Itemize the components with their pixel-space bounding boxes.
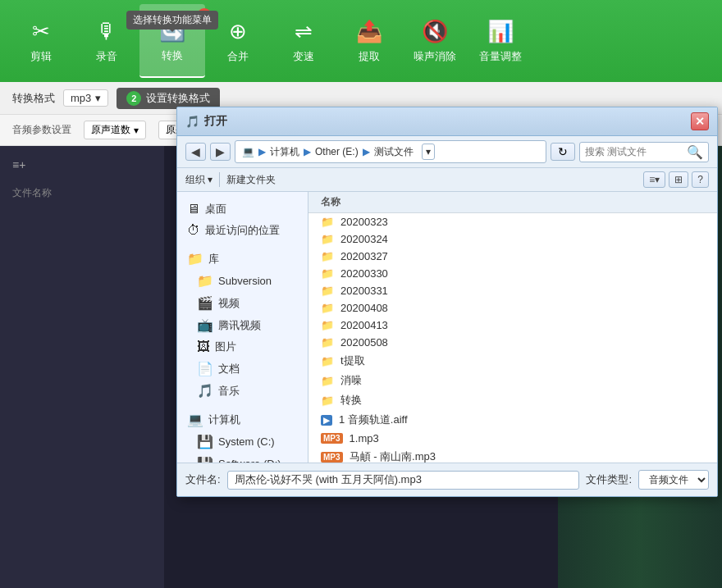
- toolbar-convert[interactable]: 选择转换功能菜单 1 🔄 转换: [139, 4, 205, 78]
- dialog-title: 🎵 打开: [185, 114, 227, 129]
- file-list: 名称 📁 20200323 📁 20200324 📁 20200327 📁 20…: [308, 192, 717, 463]
- list-view-button[interactable]: ≡▾: [643, 171, 665, 188]
- app-sidebar: ≡+ 文件名称: [0, 146, 164, 588]
- documents-icon: 📄: [197, 361, 213, 376]
- file-item-tiqu[interactable]: 📁 t提取: [308, 351, 717, 371]
- dialog-titlebar: 🎵 打开 ✕: [177, 107, 717, 136]
- music-icon: 🎵: [197, 383, 213, 399]
- set-format-button[interactable]: 2 设置转换格式: [117, 88, 220, 109]
- toolbar-volume[interactable]: 📊 音量调整: [468, 4, 533, 78]
- organize-arrow: ▾: [208, 174, 212, 185]
- organize-button[interactable]: 组织 ▾: [185, 173, 212, 187]
- filetype-label: 文件类型:: [586, 472, 632, 487]
- file-item-20200327[interactable]: 📁 20200327: [308, 248, 717, 265]
- set-format-label: 设置转换格式: [146, 91, 210, 106]
- denoise-icon: 🔇: [422, 19, 448, 44]
- subversion-icon: 📁: [197, 273, 213, 289]
- folder-icon: 📁: [321, 302, 334, 314]
- breadcrumb-path: 💻 ▶ 计算机 ▶ Other (E:) ▶ 测试文件 ▾: [235, 140, 546, 163]
- view-buttons: ≡▾ ⊞ ?: [643, 171, 709, 188]
- file-item-20200408[interactable]: 📁 20200408: [308, 299, 717, 317]
- sidebar-item-pictures[interactable]: 🖼 图片: [177, 336, 308, 358]
- folder-icon: 📁: [321, 394, 334, 407]
- sidebar-item-tencent-video[interactable]: 📺 腾讯视频: [177, 314, 308, 336]
- folder-icon: 📁: [321, 336, 334, 349]
- dialog-body: 🖥 桌面 ⏱ 最近访问的位置 📁 库 📁 Subversion 🎬: [177, 192, 717, 463]
- file-item-aiff[interactable]: ▶ 1 音频轨道.aiff: [308, 410, 717, 430]
- sidebar-item-documents[interactable]: 📄 文档: [177, 358, 308, 380]
- toolbar-extract[interactable]: 📤 提取: [336, 4, 402, 78]
- tencent-icon: 📺: [197, 317, 213, 333]
- sidebar-item-desktop[interactable]: 🖥 桌面: [177, 198, 308, 220]
- channel-arrow: ▾: [134, 125, 139, 136]
- breadcrumb-part3: 测试文件: [374, 145, 414, 159]
- folder-icon: 📁: [321, 250, 334, 262]
- audio-file-icon: ▶: [321, 415, 332, 426]
- folder-icon: 📁: [321, 233, 334, 245]
- folder-icon: 📁: [321, 355, 334, 367]
- toolbar-merge-label: 合并: [227, 49, 249, 64]
- toolbar-tooltip: 选择转换功能菜单: [126, 11, 218, 30]
- video-icon: 🎬: [197, 295, 213, 311]
- add-icon: ≡+: [12, 158, 25, 171]
- pane-view-button[interactable]: ⊞: [669, 171, 688, 188]
- folder-icon: 📁: [321, 319, 334, 331]
- channel-select[interactable]: 原声道数 ▾: [84, 121, 146, 139]
- file-item-mp3-1[interactable]: MP3 1.mp3: [308, 430, 717, 447]
- format-dropdown-icon: ▾: [95, 92, 101, 104]
- file-item-20200331[interactable]: 📁 20200331: [308, 282, 717, 299]
- sidebar-item-video[interactable]: 🎬 视频: [177, 292, 308, 314]
- dialog-sidebar: 🖥 桌面 ⏱ 最近访问的位置 📁 库 📁 Subversion 🎬: [177, 192, 308, 463]
- nav-refresh-button[interactable]: ↻: [551, 143, 575, 161]
- file-item-20200508[interactable]: 📁 20200508: [308, 334, 717, 351]
- toolbar-denoise-label: 噪声消除: [414, 49, 456, 64]
- nav-forward-button[interactable]: ▶: [210, 143, 231, 161]
- file-dialog: 🎵 打开 ✕ ◀ ▶ 💻 ▶ 计算机 ▶ Other (E:) ▶ 测试文件 ▾…: [176, 107, 718, 497]
- sidebar-item-computer[interactable]: 💻 计算机: [177, 408, 308, 431]
- filename-input[interactable]: [227, 471, 580, 490]
- file-item-20200330[interactable]: 📁 20200330: [308, 265, 717, 282]
- sidebar-item-recent[interactable]: ⏱ 最近访问的位置: [177, 220, 308, 241]
- app-container: ✂ 剪辑 🎙 录音 选择转换功能菜单 1 🔄 转换 ⊕ 合并 ⇌ 变速 📤 提取…: [0, 0, 722, 588]
- add-file-button[interactable]: ≡+: [8, 154, 156, 175]
- format-label: 转换格式: [12, 91, 55, 106]
- cut-icon: ✂: [32, 19, 50, 44]
- toolbar: ✂ 剪辑 🎙 录音 选择转换功能菜单 1 🔄 转换 ⊕ 合并 ⇌ 变速 📤 提取…: [0, 0, 722, 82]
- folder-icon: 📁: [321, 375, 334, 387]
- toolbar-speed[interactable]: ⇌ 变速: [271, 4, 336, 78]
- file-item-mp3-mana[interactable]: MP3 马頔 - 南山南.mp3: [308, 447, 717, 463]
- toolbar-cut[interactable]: ✂ 剪辑: [8, 4, 74, 78]
- toolbar-extract-label: 提取: [359, 49, 380, 64]
- search-input[interactable]: [585, 146, 683, 157]
- mp3-icon-1: MP3: [321, 433, 343, 444]
- filename-label: 文件名:: [185, 472, 221, 487]
- folder-icon: 📁: [321, 216, 334, 228]
- file-item-xiaozao[interactable]: 📁 消噪: [308, 371, 717, 390]
- new-folder-button[interactable]: 新建文件夹: [226, 173, 276, 187]
- filetype-select[interactable]: 音频文件: [638, 470, 709, 490]
- sidebar-item-drive-d[interactable]: 💾 Software (D:): [177, 453, 308, 463]
- path-dropdown[interactable]: ▾: [422, 144, 435, 160]
- file-item-20200324[interactable]: 📁 20200324: [308, 230, 717, 248]
- file-item-convert[interactable]: 📁 转换: [308, 390, 717, 410]
- sidebar-item-subversion[interactable]: 📁 Subversion: [177, 270, 308, 292]
- sidebar-item-drive-c[interactable]: 💾 System (C:): [177, 431, 308, 453]
- sidebar-item-music[interactable]: 🎵 音乐: [177, 380, 308, 402]
- help-button[interactable]: ?: [692, 171, 709, 188]
- file-item-20200413[interactable]: 📁 20200413: [308, 317, 717, 334]
- sidebar-item-library[interactable]: 📁 库: [177, 248, 308, 270]
- dialog-toolbar: 组织 ▾ 新建文件夹 ≡▾ ⊞ ?: [177, 168, 717, 192]
- dialog-close-button[interactable]: ✕: [691, 112, 709, 130]
- folder-icon: 📁: [321, 267, 334, 280]
- toolbar-record-label: 录音: [96, 49, 117, 64]
- toolbar-speed-label: 变速: [293, 49, 314, 64]
- dialog-title-icon: 🎵: [185, 115, 199, 128]
- format-select[interactable]: mp3 ▾: [63, 89, 108, 107]
- toolbar-denoise[interactable]: 🔇 噪声消除: [402, 4, 468, 78]
- file-item-20200323[interactable]: 📁 20200323: [308, 213, 717, 230]
- breadcrumb-icon: 💻: [242, 146, 254, 157]
- format-value: mp3: [71, 92, 91, 104]
- dialog-footer: 文件名: 文件类型: 音频文件: [177, 463, 717, 496]
- breadcrumb-part2: Other (E:): [315, 146, 359, 157]
- nav-back-button[interactable]: ◀: [185, 143, 206, 161]
